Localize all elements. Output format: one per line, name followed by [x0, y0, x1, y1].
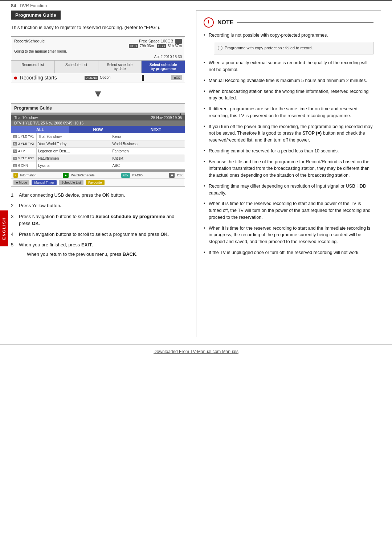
note-bullet-5: If different programmes are set for the … — [204, 106, 373, 119]
left-column: Programme Guide This function is easy to… — [11, 11, 185, 337]
main-columns: Programme Guide This function is easy to… — [0, 11, 392, 337]
next-5: Kritiskt — [111, 155, 185, 162]
channel-6: tv 6 CNN — [11, 162, 37, 169]
note-header: ! NOTE — [204, 17, 373, 28]
note-bullet-11: When it is time for the reserved recordi… — [204, 225, 373, 245]
now-1: That 70s show — [37, 133, 111, 140]
note-bullet-2: When a poor quality external source is r… — [204, 60, 373, 73]
table-row: tv 6 CNN Lyssna ABC — [11, 162, 185, 169]
pg-col-headers: ALL NOW NEXT — [11, 126, 185, 133]
note-title: NOTE — [217, 19, 233, 26]
programme-guide-box: Programme Guide ▲ That 70s show 25 Nov 2… — [11, 103, 185, 187]
pg-col-all: ALL — [11, 126, 69, 133]
copy-warning: ⓘ Programme with copy protection : faile… — [214, 42, 373, 55]
fav-btn[interactable]: FAV — [121, 173, 130, 178]
select-schedule-by-date-btn[interactable]: Select scheduleby date — [98, 61, 142, 73]
page-number: 84 — [11, 3, 16, 8]
pg-exit-ctrl: ■ Exit — [169, 173, 183, 177]
next-2: World Business — [111, 140, 185, 147]
note-bullet-4: When broadcasting station send the wrong… — [204, 88, 373, 102]
select-schedule-by-programme-btn[interactable]: Select scheduleby programme — [142, 61, 185, 73]
schedule-list-btn[interactable]: Schedule List — [55, 61, 98, 73]
pg-show-date: 25 Nov 2009 19:05 — [151, 116, 182, 120]
pg-info-ctrl: i Information — [13, 173, 37, 177]
record-box-title: Record/Schedule — [14, 39, 45, 43]
going-to-menu-text: Going to the manual timer menu. — [11, 49, 185, 55]
chan-icon: tv — [13, 164, 17, 167]
note-icon: ! — [204, 17, 214, 28]
note-bullet-1: Recording is not possible with copy-prot… — [204, 32, 373, 54]
pg-controls: i Information ● Watch/Schedule FAV RADIO… — [11, 172, 185, 179]
spacer: ▐ — [140, 75, 144, 81]
note-bullet-9: Recording time may differ depending on r… — [204, 183, 373, 197]
step-2: 2 Press Yellow button. — [11, 202, 185, 209]
note-bullets: Recording is not possible with copy-prot… — [204, 32, 373, 256]
info-icon: ⓘ — [218, 45, 222, 52]
radio-label: RADIO — [132, 173, 143, 177]
now-4: Legenen om Den.... — [37, 148, 111, 155]
language-tab: ENGLISH — [0, 210, 8, 246]
pg-mode-row: ■ Mode Manual Timer Schedule List Favour… — [11, 179, 185, 186]
pg-watch-ctrl: ● Watch/Schedule — [63, 173, 94, 177]
exit-pg-btn[interactable]: ■ — [169, 173, 175, 178]
exit-label: Exit — [177, 173, 183, 177]
note-bullet-6: If you turn off the power during the rec… — [204, 123, 373, 144]
watch-label: Watch/Schedule — [71, 173, 94, 177]
exit-btn[interactable]: Exit — [171, 75, 182, 80]
note-bullet-7: Recording cannot be reserved for a perio… — [204, 148, 373, 155]
steps-list: 1 After connecting USB device, press the… — [11, 192, 185, 258]
hdd-time: HDD 79h 03m — [129, 44, 155, 48]
pg-col-next: NEXT — [127, 126, 185, 133]
step-4: 4 Press Navigation buttons to scroll to … — [11, 231, 185, 238]
table-row: tv 5 YLE FST Naturtimmen Kritiskt — [11, 155, 185, 162]
pg-show-bar: That 70s show 25 Nov 2009 19:05 — [11, 115, 185, 120]
note-bullet-10: When it is time for the reserved recordi… — [204, 200, 373, 221]
step-5-subtext: When you return to the previous menu, pr… — [19, 251, 138, 258]
step-3: 3 Press Navigation buttons to scroll to … — [11, 213, 185, 227]
channel-1: tv 1 YLE TV1 — [11, 133, 37, 140]
pg-col-now: NOW — [69, 126, 127, 133]
right-column: ! NOTE Recording is not possible with co… — [196, 11, 381, 337]
pg-channel-bar: DTV 1 YLE TV1 25 Nov. 2008 09:45~10:15 — [11, 120, 185, 126]
recorded-list-btn[interactable]: Recorded List — [11, 61, 55, 73]
favourite-btn[interactable]: Favourite — [86, 180, 105, 185]
option-btn[interactable]: D.MENU Option — [85, 75, 111, 79]
manual-timer-btn[interactable]: Manual Timer — [32, 180, 57, 185]
step-1: 1 After connecting USB device, press the… — [11, 192, 185, 199]
pg-title: Programme Guide — [11, 104, 185, 113]
rec-dot — [14, 77, 17, 79]
pg-rows: tv 1 YLE TV1 That 70s show Keno tv 2 YLE… — [11, 133, 185, 169]
page-container: 84 DVR Function ENGLISH Programme Guide … — [0, 0, 392, 553]
now-6: Lyssna — [37, 162, 111, 169]
record-date: Apr.2 2010 15:30 — [11, 55, 185, 60]
chan-icon: tv — [13, 157, 17, 160]
top-bar: 84 DVR Function — [0, 0, 392, 11]
yellow-btn[interactable]: i — [13, 173, 18, 178]
copy-warning-text: Programme with copy protection : failed … — [225, 45, 313, 51]
channel-2: tv 2 YLE TV2 — [11, 140, 37, 147]
chan-icon: tv — [13, 135, 17, 138]
section-title: DVR Function — [20, 3, 47, 8]
rec-bottom-row: Recording starts D.MENU Option ▐ Exit — [11, 73, 185, 82]
next-4: Fantomen — [111, 148, 185, 155]
info-label: Information — [20, 173, 37, 177]
disk-icon — [175, 39, 182, 44]
next-1: Keno — [111, 133, 185, 140]
note-bullet-12: If the TV is unplugged once or turn off,… — [204, 249, 373, 256]
footer: Downloaded From TV-Manual.com Manuals — [0, 344, 392, 357]
arrow-down: ▼ — [11, 88, 185, 100]
green-btn[interactable]: ● — [63, 173, 68, 178]
chan-icon: tv — [13, 149, 17, 153]
channel-4: tv 4 TV... — [11, 148, 37, 155]
footer-link[interactable]: Downloaded From TV-Manual.com Manuals — [154, 349, 238, 354]
pg-radio-ctrl: FAV RADIO — [121, 173, 143, 177]
recording-starts-label: Recording starts — [20, 75, 57, 81]
table-row: tv 2 YLE TV2 Your World Today World Busi… — [11, 140, 185, 148]
recording-starts: Recording starts — [14, 75, 57, 81]
step-5: 5 When you are finished, press EXIT. Whe… — [11, 241, 185, 258]
mode-btn[interactable]: ■ Mode — [13, 180, 29, 185]
schedule-list-btn2[interactable]: Schedule List — [59, 180, 83, 185]
menu-row: Recorded List Schedule List Select sched… — [11, 60, 185, 73]
note-bullet-3: Manual Recording available time is maxim… — [204, 77, 373, 84]
chan-icon: tv — [13, 142, 17, 146]
